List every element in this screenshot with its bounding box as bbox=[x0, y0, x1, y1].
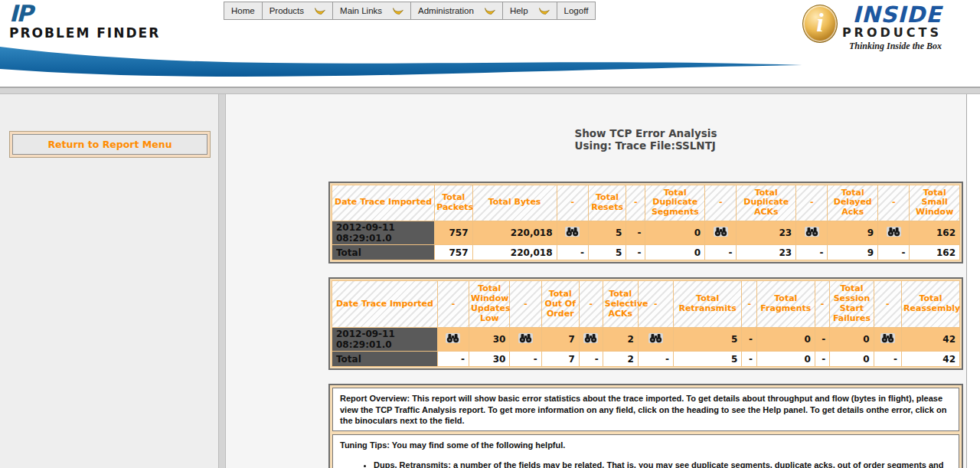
value-cell: 23 bbox=[737, 221, 795, 244]
binoculars-icon[interactable] bbox=[714, 227, 728, 237]
vertical-splitter[interactable] bbox=[218, 94, 226, 468]
value-cell: - bbox=[742, 352, 756, 366]
column-header[interactable]: - bbox=[705, 185, 736, 221]
column-header[interactable]: - bbox=[438, 281, 469, 327]
value-cell: 220,018 bbox=[473, 221, 557, 244]
value-cell: 5 bbox=[674, 328, 742, 351]
column-header[interactable]: Total Session Start Failures bbox=[830, 281, 873, 327]
menu-item-products[interactable]: Products bbox=[263, 2, 333, 19]
ip-logo-name: PROBLEM FINDER bbox=[9, 25, 160, 41]
value-cell: 30 bbox=[469, 328, 509, 351]
column-header[interactable]: - bbox=[874, 281, 901, 327]
binoculars-icon[interactable] bbox=[887, 227, 901, 237]
value-cell: - bbox=[438, 352, 469, 366]
menu-item-label: Logoff bbox=[564, 6, 589, 15]
column-header[interactable]: Total Small Window bbox=[910, 185, 959, 221]
column-header[interactable]: - bbox=[878, 185, 909, 221]
value-cell: 5 bbox=[589, 221, 626, 244]
binoculars-cell bbox=[580, 328, 603, 351]
note-box: Report Overview: This report will show b… bbox=[332, 388, 959, 431]
column-header[interactable]: Total Window Updates Low bbox=[469, 281, 509, 327]
return-to-report-menu-button[interactable]: Return to Report Menu bbox=[12, 134, 207, 155]
value-cell: 42 bbox=[902, 352, 959, 366]
value-cell: 23 bbox=[737, 245, 795, 260]
menu-arrow-icon bbox=[315, 8, 325, 15]
binoculars-icon[interactable] bbox=[565, 227, 580, 237]
column-header[interactable]: Total Fragments bbox=[757, 281, 815, 327]
value-cell: 0 bbox=[645, 245, 704, 260]
total-row: Total-30-7-2-5-0-0-42 bbox=[332, 352, 959, 366]
column-header[interactable]: - bbox=[796, 185, 827, 221]
value-cell: 30 bbox=[469, 352, 509, 366]
menu-item-main-links[interactable]: Main Links bbox=[333, 2, 411, 19]
value-cell: - bbox=[626, 245, 645, 260]
column-header[interactable]: Total Duplicate Segments bbox=[645, 185, 704, 221]
value-cell: 757 bbox=[435, 245, 472, 260]
column-header[interactable]: Total Selective ACKs bbox=[603, 281, 638, 327]
column-header[interactable]: Total Reassembly bbox=[902, 281, 959, 327]
column-header[interactable]: Total Resets bbox=[589, 185, 626, 221]
inside-products-coin-icon: i bbox=[802, 5, 838, 43]
column-header[interactable]: Total Delayed Acks bbox=[828, 185, 877, 221]
binoculars-icon[interactable] bbox=[805, 227, 819, 237]
column-header[interactable]: Total Duplicate ACKs bbox=[737, 185, 795, 221]
table-row: 2012-09-11 08:29:01.030725-0-042 bbox=[332, 328, 959, 351]
value-cell: 757 bbox=[435, 221, 472, 244]
total-row: Total757220,018-5-0-23-9-162 bbox=[332, 245, 959, 260]
binoculars-icon[interactable] bbox=[446, 333, 460, 343]
value-cell: 5 bbox=[589, 245, 626, 260]
menu-arrow-icon bbox=[393, 8, 403, 15]
blue-swoosh-decoration bbox=[0, 44, 804, 80]
total-label-cell: Total bbox=[332, 352, 437, 366]
note-bullet: Dups, Retransmits: a number of the field… bbox=[374, 460, 952, 468]
menu-item-home[interactable]: Home bbox=[224, 2, 263, 19]
horizontal-splitter[interactable] bbox=[0, 87, 980, 94]
menu-item-label: Administration bbox=[418, 6, 474, 15]
value-cell: 9 bbox=[828, 245, 877, 260]
menu-item-help[interactable]: Help bbox=[503, 2, 557, 19]
value-cell: 0 bbox=[757, 328, 815, 351]
column-header[interactable]: - bbox=[557, 185, 588, 221]
column-header[interactable]: - bbox=[815, 281, 830, 327]
menu-item-label: Home bbox=[231, 6, 255, 15]
binoculars-cell bbox=[510, 328, 541, 351]
column-header[interactable]: Date Trace Imported bbox=[332, 185, 434, 221]
inside-products-logo: i INSIDE PRODUCTS Thinking Inside the Bo… bbox=[802, 5, 942, 52]
column-header[interactable]: Date Trace Imported bbox=[332, 281, 437, 327]
value-cell: - bbox=[705, 245, 736, 260]
binoculars-cell bbox=[878, 221, 909, 244]
binoculars-icon[interactable] bbox=[648, 333, 663, 343]
report-notes: Report Overview: This report will show b… bbox=[328, 384, 963, 468]
binoculars-cell bbox=[438, 328, 469, 351]
value-cell: 0 bbox=[757, 352, 815, 366]
value-cell: - bbox=[874, 352, 901, 366]
binoculars-icon[interactable] bbox=[518, 333, 533, 343]
total-label-cell: Total bbox=[332, 245, 434, 260]
menu-item-logoff[interactable]: Logoff bbox=[557, 2, 596, 19]
value-cell: 2 bbox=[603, 328, 638, 351]
value-cell: 162 bbox=[910, 245, 959, 260]
column-header[interactable]: - bbox=[742, 281, 756, 327]
value-cell: 220,018 bbox=[473, 245, 557, 260]
column-header[interactable]: - bbox=[580, 281, 603, 327]
column-header[interactable]: Total Retransmits bbox=[674, 281, 742, 327]
menu-item-administration[interactable]: Administration bbox=[411, 2, 503, 19]
value-cell: - bbox=[742, 328, 756, 351]
column-header[interactable]: Total Out Of Order bbox=[542, 281, 579, 327]
value-cell: 7 bbox=[542, 352, 579, 366]
column-header[interactable]: Total Bytes bbox=[473, 185, 557, 221]
binoculars-cell bbox=[557, 221, 588, 244]
note-box: Tuning Tips: You may find some of the fo… bbox=[332, 434, 959, 468]
column-header[interactable]: - bbox=[626, 185, 645, 221]
column-header[interactable]: Total Packets bbox=[435, 185, 472, 221]
binoculars-icon[interactable] bbox=[583, 333, 598, 343]
binoculars-cell bbox=[705, 221, 736, 244]
tcp-error-table-2: Date Trace Imported-Total Window Updates… bbox=[328, 277, 963, 370]
note-paragraph: Report Overview: This report will show b… bbox=[340, 393, 952, 426]
menu-arrow-icon bbox=[539, 8, 550, 15]
inside-wordmark: INSIDE bbox=[842, 5, 942, 25]
report-title: Show TCP Error Analysis bbox=[575, 128, 717, 140]
report-header: Show TCP Error Analysis Using: Trace Fil… bbox=[328, 128, 963, 152]
binoculars-icon[interactable] bbox=[880, 333, 895, 343]
column-header[interactable]: - bbox=[510, 281, 541, 327]
